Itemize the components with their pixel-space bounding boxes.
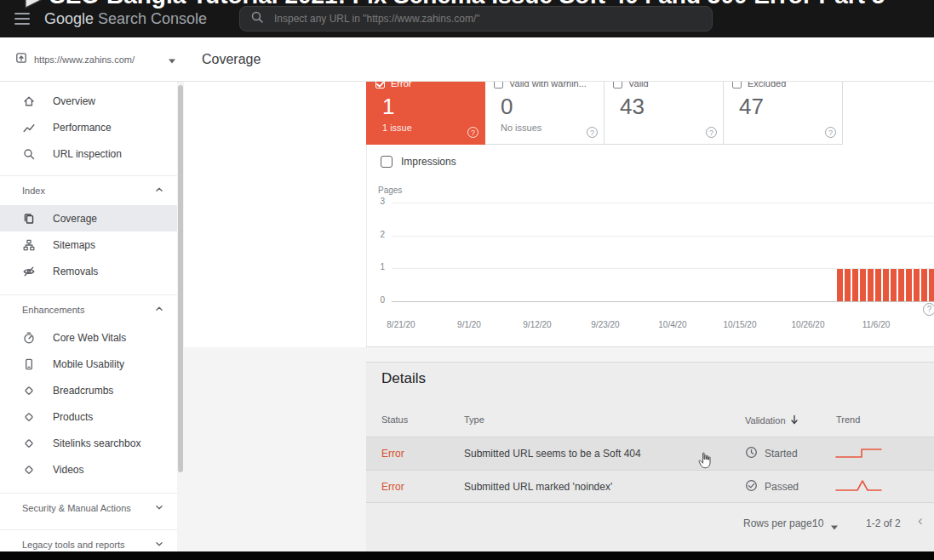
page-title: Coverage [202,37,261,81]
x-axis-line [392,301,934,302]
sidebar-item-url-inspection[interactable]: URL inspection [0,140,177,167]
property-url: https://www.zahins.com/ [34,54,161,65]
sidebar-section-index: Index Coverage Sitemaps Removals [0,175,177,284]
impressions-toggle[interactable]: Impressions [381,156,456,168]
stopwatch-icon [22,331,36,345]
gridline [392,236,934,237]
y-tick: 2 [371,230,385,239]
card-value: 0 [501,94,595,120]
table-row[interactable]: Error Submitted URL marked 'noindex' Pas… [366,470,934,503]
card-value: 1 [382,94,476,120]
y-tick: 1 [371,262,385,271]
sidebar: Overview Performance URL inspection Inde… [0,82,177,551]
eye-off-icon [22,265,36,278]
x-tick: 10/15/20 [714,320,765,329]
sitemap-tree-icon [22,238,36,252]
performance-chart-icon [22,121,36,134]
play-arrow-icon [23,0,43,14]
row-type: Submitted URL seems to be a Soft 404 [464,437,641,470]
chevron-up-icon [153,184,165,197]
help-icon[interactable]: ? [587,127,598,138]
rows-per-page-value[interactable]: 10 [812,517,823,529]
y-tick: 0 [371,295,385,305]
section-header-index[interactable]: Index [0,176,177,205]
logo-search-console: Search Console [98,10,207,28]
sidebar-section-enhancements: Enhancements Core Web Vitals Mobile Usab… [0,294,177,483]
status-summary-cards: Error 1 1 issue ? Valid with warnin... 0… [366,72,843,145]
row-status: Error [381,471,404,502]
chevron-up-icon [153,303,165,317]
help-icon[interactable]: ? [706,127,717,138]
pagination-range: 1-2 of 2 [866,517,901,529]
search-icon [22,147,36,161]
sidebar-item-coverage[interactable]: Coverage [0,205,177,231]
row-validation: Started [745,437,798,470]
sidebar-item-core-web-vitals[interactable]: Core Web Vitals [0,324,177,351]
x-tick: 8/21/20 [375,320,427,329]
trend-sparkline [833,471,885,502]
tag-icon [22,384,36,397]
sidebar-item-products[interactable]: Products [0,403,177,430]
column-header-validation[interactable]: Validation [745,414,799,426]
app-logo: Google Search Console [44,0,207,37]
x-tick: 11/6/20 [851,320,902,329]
help-icon[interactable]: ? [825,127,836,138]
coverage-pages-icon [22,212,36,226]
x-tick: 9/23/20 [580,320,631,329]
x-tick: 10/4/20 [647,320,698,329]
card-valid[interactable]: Valid 43 ? [605,72,724,145]
row-validation: Passed [745,471,799,502]
card-valid-with-warnings[interactable]: Valid with warnin... 0 No issues ? [485,72,605,145]
url-inspection-searchbar[interactable] [239,6,713,31]
column-header-status[interactable]: Status [381,414,408,425]
chevron-down-icon[interactable] [830,521,839,533]
tag-icon [22,437,36,450]
previous-page-button[interactable]: ‹ [918,512,923,529]
google-search-console-screen: SEO Bangla Tutorial 2021: Fix Schema Iss… [0,0,934,560]
card-subtext: 1 issue [382,123,476,133]
column-header-trend[interactable]: Trend [836,414,860,425]
top-app-bar: SEO Bangla Tutorial 2021: Fix Schema Iss… [0,0,934,37]
checkbox-icon[interactable] [381,156,393,168]
tag-icon [22,463,36,477]
card-value: 43 [620,94,714,120]
x-tick: 9/1/20 [444,320,495,329]
chevron-down-icon [168,52,176,67]
home-icon [22,94,36,108]
chart-card-divider [366,346,934,347]
sidebar-item-sitemaps[interactable]: Sitemaps [0,231,177,258]
sidebar-item-removals[interactable]: Removals [0,258,177,284]
sidebar-item-breadcrumbs[interactable]: Breadcrumbs [0,377,177,403]
help-icon[interactable]: ? [923,303,934,316]
url-inspection-input[interactable] [272,12,702,26]
property-selector[interactable]: https://www.zahins.com/ [9,37,183,81]
sidebar-section-security: Security & Manual Actions [0,493,177,523]
gridline [392,203,934,203]
y-tick: 3 [371,197,385,206]
sidebar-scrollbar[interactable] [177,82,184,551]
rows-per-page-label: Rows per page: [743,517,815,529]
sidebar-item-performance[interactable]: Performance [0,114,177,140]
logo-google: Google [44,10,94,28]
menu-icon[interactable] [14,13,30,25]
section-header-enhancements[interactable]: Enhancements [0,295,177,324]
help-icon[interactable]: ? [467,127,478,138]
sidebar-item-videos[interactable]: Videos [0,456,177,483]
mobile-phone-icon [22,357,36,371]
table-row[interactable]: Error Submitted URL seems to be a Soft 4… [366,437,934,470]
sidebar-item-overview[interactable]: Overview [0,88,177,114]
scrollbar-thumb[interactable] [178,85,183,472]
details-panel: Details Status Type Validation Trend Err… [366,362,934,551]
chevron-down-icon [153,501,165,515]
x-tick: 10/26/20 [782,320,834,329]
card-excluded[interactable]: Excluded 47 ? [724,72,843,145]
section-header-security-manual-actions[interactable]: Security & Manual Actions [0,494,177,523]
column-header-type[interactable]: Type [464,414,484,425]
sidebar-item-sitelinks-searchbox[interactable]: Sitelinks searchbox [0,430,177,456]
details-title: Details [381,370,426,387]
error-bars[interactable] [837,269,934,301]
card-value: 47 [739,94,834,120]
page-header: https://www.zahins.com/ Coverage [0,37,934,82]
card-error[interactable]: Error 1 1 issue ? [366,72,485,145]
sidebar-item-mobile-usability[interactable]: Mobile Usability [0,351,177,377]
